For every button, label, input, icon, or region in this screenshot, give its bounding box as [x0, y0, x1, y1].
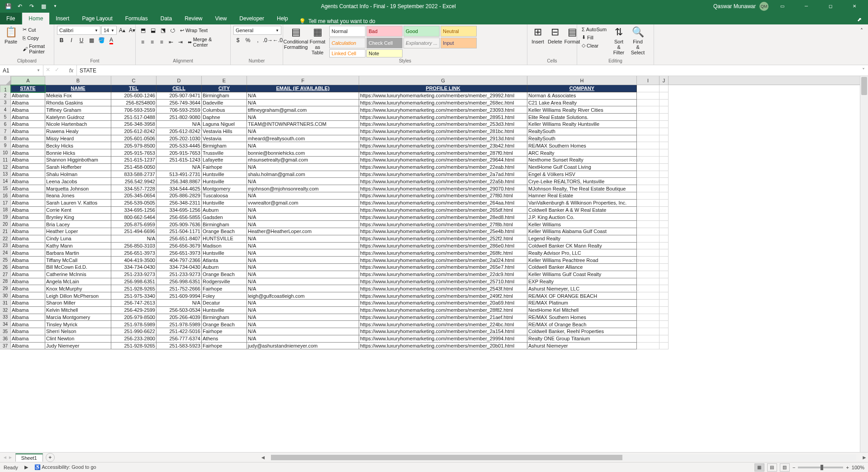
- cell[interactable]: Rodgersville: [202, 278, 247, 286]
- inc-indent-icon[interactable]: ⇥: [176, 38, 185, 47]
- cell[interactable]: C21 Lake Area Realty: [527, 100, 637, 107]
- font-color-icon[interactable]: A: [107, 36, 116, 45]
- row-header[interactable]: 17: [0, 200, 11, 207]
- add-sheet-button[interactable]: +: [46, 453, 55, 462]
- cell[interactable]: [637, 328, 659, 335]
- cell[interactable]: [637, 171, 659, 178]
- cell[interactable]: [637, 214, 659, 221]
- cell[interactable]: [659, 135, 669, 143]
- cell[interactable]: Albama: [11, 221, 45, 228]
- style-linked[interactable]: Linked Cell: [329, 49, 365, 57]
- cell[interactable]: [637, 314, 659, 321]
- cell[interactable]: 256-651-8407: [157, 235, 202, 243]
- cell[interactable]: N/A: [247, 114, 359, 121]
- cell[interactable]: RE/MAX Southern Homes: [527, 142, 637, 149]
- cell[interactable]: N/A: [247, 142, 359, 149]
- cell-styles-gallery[interactable]: Normal Bad Good Neutral Calculation Chec…: [329, 26, 477, 57]
- cell[interactable]: Ileana Jones: [45, 192, 111, 200]
- cell[interactable]: [659, 321, 669, 328]
- clear-button[interactable]: ◇Clear: [580, 42, 608, 49]
- cell[interactable]: Kelvin Mitchell: [45, 307, 111, 314]
- cell[interactable]: Albama: [11, 300, 45, 307]
- row-header[interactable]: 33: [0, 314, 11, 321]
- cell[interactable]: [637, 142, 659, 149]
- cell[interactable]: Albama: [11, 228, 45, 235]
- cell[interactable]: Albama: [11, 271, 45, 278]
- cell[interactable]: [637, 149, 659, 157]
- cell[interactable]: [659, 249, 669, 257]
- style-normal[interactable]: Normal: [329, 26, 365, 37]
- autosum-button[interactable]: ΣAutoSum: [580, 26, 608, 33]
- cell[interactable]: 205-979-8500: [111, 314, 157, 321]
- cell[interactable]: Albama: [11, 106, 45, 114]
- cell[interactable]: Albama: [11, 307, 45, 314]
- cell[interactable]: NAME: [45, 85, 111, 92]
- qat-icon[interactable]: ▦: [38, 1, 49, 12]
- cell[interactable]: [659, 285, 669, 292]
- cell[interactable]: 256-998-6351: [157, 278, 202, 286]
- cell[interactable]: https://www.luxuryhomemarketing.com/memb…: [359, 157, 527, 164]
- row-header[interactable]: 13: [0, 171, 11, 178]
- row-header[interactable]: 28: [0, 278, 11, 286]
- formula-input[interactable]: STATE: [77, 65, 859, 76]
- cell[interactable]: 251-233-9273: [157, 271, 202, 278]
- cell[interactable]: [659, 257, 669, 264]
- cell[interactable]: 256-539-0505: [111, 200, 157, 207]
- cell[interactable]: Albama: [11, 171, 45, 178]
- cell[interactable]: [637, 278, 659, 286]
- align-bottom-icon[interactable]: ⬔: [158, 26, 167, 35]
- cell[interactable]: 251-517-0488: [111, 114, 157, 121]
- cell[interactable]: N/A: [247, 271, 359, 278]
- hscroll-right-icon[interactable]: ►: [861, 454, 868, 461]
- cell[interactable]: 833-588-2737: [111, 171, 157, 178]
- cell[interactable]: [637, 264, 659, 271]
- cell[interactable]: 251-494-6696: [111, 228, 157, 235]
- row-header[interactable]: 26: [0, 264, 11, 271]
- cell[interactable]: https://www.luxuryhomemarketing.com/memb…: [359, 164, 527, 171]
- cell[interactable]: Keller Williams Gulf Coast Realty: [527, 271, 637, 278]
- cell[interactable]: Norman & Associates: [527, 92, 637, 100]
- column-header[interactable]: H: [527, 76, 637, 85]
- cell[interactable]: N/A: [247, 278, 359, 286]
- cell[interactable]: [637, 85, 659, 92]
- cell[interactable]: [659, 228, 669, 235]
- tab-review[interactable]: Review: [178, 13, 209, 24]
- cell[interactable]: https://www.luxuryhomemarketing.com/memb…: [359, 321, 527, 328]
- cell[interactable]: judy@ashurstandniemeyer.com: [247, 343, 359, 350]
- cell[interactable]: Auburn: [202, 207, 247, 214]
- cell[interactable]: 205-875-6959: [111, 221, 157, 228]
- row-header[interactable]: 15: [0, 185, 11, 192]
- cell[interactable]: 513-491-2731: [157, 171, 202, 178]
- cell[interactable]: 706-593-2559: [111, 106, 157, 114]
- cell[interactable]: [637, 157, 659, 164]
- cell[interactable]: Fairhope: [202, 328, 247, 335]
- cell[interactable]: [637, 243, 659, 250]
- cell[interactable]: [637, 106, 659, 114]
- cell[interactable]: Albama: [11, 149, 45, 157]
- copy-button[interactable]: ⎘Copy: [21, 34, 51, 42]
- style-input[interactable]: Input: [441, 38, 477, 48]
- style-check-cell[interactable]: Check Cell: [366, 38, 403, 48]
- name-box[interactable]: A1▼: [0, 65, 43, 76]
- column-header[interactable]: I: [637, 76, 659, 85]
- cell[interactable]: 256-656-5855: [157, 214, 202, 221]
- row-header[interactable]: 22: [0, 235, 11, 243]
- cell[interactable]: Marcia Montgomery: [45, 314, 111, 321]
- cell[interactable]: 256.542.9942: [111, 178, 157, 185]
- cell[interactable]: https://www.luxuryhomemarketing.com/memb…: [359, 285, 527, 292]
- cell[interactable]: Birmingham: [202, 92, 247, 100]
- cell[interactable]: Orange Beach: [202, 271, 247, 278]
- cell[interactable]: 256-850-3103: [111, 243, 157, 250]
- cell[interactable]: Albama: [11, 292, 45, 300]
- row-header[interactable]: 12: [0, 164, 11, 171]
- cell[interactable]: Ruwena Healy: [45, 128, 111, 135]
- cell[interactable]: [637, 192, 659, 200]
- expand-formula-icon[interactable]: ˅: [859, 65, 868, 76]
- cell[interactable]: [659, 207, 669, 214]
- cell[interactable]: N/A: [247, 235, 359, 243]
- tab-page-layout[interactable]: Page Layout: [76, 13, 119, 24]
- cell[interactable]: Fairhope: [202, 285, 247, 292]
- cell[interactable]: 251-975-3340: [111, 292, 157, 300]
- cell[interactable]: Elite Real Estate Solutions.: [527, 114, 637, 121]
- cell[interactable]: Nicole Hartenbach: [45, 121, 111, 128]
